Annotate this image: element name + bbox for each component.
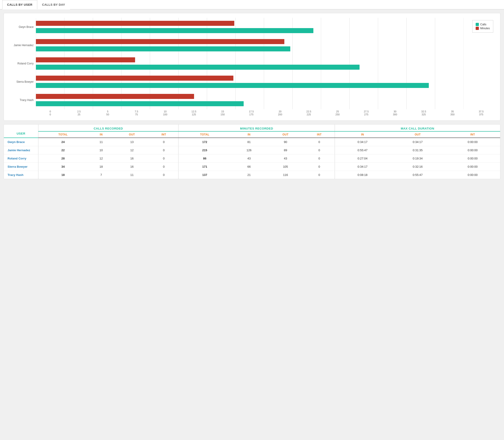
legend-color-minutes: [476, 27, 479, 30]
cell-mr-total-roland: 86: [179, 154, 231, 163]
cell-cr-total-roland: 28: [38, 154, 88, 163]
x-tick-top-15: 37.5: [467, 110, 496, 113]
table-row: Roland Corry 28 12 16 0 86 43 43 0 0:27:…: [4, 154, 500, 163]
cell-mr-in-jamie: 126: [231, 146, 267, 154]
bars-and-legend: Calls Minutes: [36, 18, 496, 109]
sub-header-mr-int: INT: [304, 131, 335, 138]
legend-color-calls: [476, 23, 479, 26]
x-tick-top-0: 0: [36, 110, 65, 113]
x-tick-bot-5: 125: [180, 113, 208, 116]
bar-row-jamie-minutes: [36, 38, 463, 45]
cell-mr-int-roland: 0: [304, 154, 335, 163]
x-tick-top-4: 10: [151, 110, 180, 113]
user-group-sierra: [36, 73, 463, 91]
cell-max-int-sierra: 0:00:00: [445, 163, 500, 171]
cell-cr-total-gwyn: 24: [38, 138, 88, 146]
x-tick-top-2: 5: [93, 110, 122, 113]
x-tick-bot-14: 350: [438, 113, 467, 116]
bar-row-gwyn-calls: [36, 28, 463, 34]
cell-mr-int-tracy: 0: [304, 171, 335, 179]
cell-mr-int-sierra: 0: [304, 163, 335, 171]
x-tick-bot-12: 300: [380, 113, 409, 116]
sub-header-mr-out: OUT: [267, 131, 304, 138]
x-tick-top-9: 22.5: [294, 110, 323, 113]
x-tick-top-1: 2.5: [65, 110, 94, 113]
x-tick-top-3: 7.5: [122, 110, 151, 113]
x-tick-bot-15: 375: [467, 113, 496, 116]
x-tick-top-10: 25: [323, 110, 352, 113]
chart-right: Calls Minutes 0 2.5 5: [36, 18, 496, 116]
cell-max-in-gwyn: 0:34:17: [335, 138, 390, 146]
cell-mr-in-sierra: 66: [231, 163, 267, 171]
cell-cr-int-roland: 0: [149, 154, 179, 163]
bar-gwyn-minutes: [36, 21, 234, 26]
bar-row-tracy-calls: [36, 100, 463, 107]
tab-calls-by-user[interactable]: CALLS BY USER: [2, 0, 37, 9]
x-tick-top-8: 20: [266, 110, 295, 113]
cell-max-in-tracy: 0:08:18: [335, 171, 390, 179]
x-tick-bot-6: 150: [208, 113, 237, 116]
cell-cr-in-roland: 12: [88, 154, 114, 163]
tab-calls-by-day[interactable]: CALLS BY DAY: [37, 0, 70, 9]
cell-cr-total-sierra: 34: [38, 163, 88, 171]
x-tick-top-12: 30: [380, 110, 409, 113]
cell-mr-total-gwyn: 172: [179, 138, 231, 146]
table-row: Tracy Hash 18 7 11 0 137 21 116 0 0:08:1…: [4, 171, 500, 179]
cell-max-in-jamie: 0:55:47: [335, 146, 390, 154]
tabs-bar: CALLS BY USER CALLS BY DAY: [0, 0, 504, 9]
table-row: Jamie Hernadez 22 10 12 0 215 126 89 0 0…: [4, 146, 500, 154]
cell-user-tracy[interactable]: Tracy Hash: [4, 171, 38, 179]
x-axis-wrapper: 0 2.5 5 7.5 10 12.5 15 17.5 20 22.5 25 2…: [36, 110, 496, 116]
cell-mr-in-gwyn: 81: [231, 138, 267, 146]
legend-column: Calls Minutes: [463, 18, 496, 109]
cell-cr-in-jamie: 10: [88, 146, 114, 154]
x-tick-top-14: 35: [438, 110, 467, 113]
cell-cr-out-tracy: 11: [114, 171, 149, 179]
bar-roland-calls: [36, 65, 360, 70]
table-row: Gwyn Brace 24 11 13 0 172 81 90 0 0:34:1…: [4, 138, 500, 146]
cell-cr-in-tracy: 7: [88, 171, 114, 179]
page-wrapper: CALLS BY USER CALLS BY DAY Gwyn Brace Ja…: [0, 0, 504, 179]
y-label-roland: Roland Corry: [17, 62, 34, 65]
cell-mr-total-sierra: 171: [179, 163, 231, 171]
cell-user-sierra[interactable]: Sierra Bowyer: [4, 163, 38, 171]
col-header-user: USER: [4, 124, 38, 138]
user-group-roland: [36, 54, 463, 73]
x-tick-top-6: 15: [208, 110, 237, 113]
cell-cr-out-jamie: 12: [114, 146, 149, 154]
cell-cr-int-sierra: 0: [149, 163, 179, 171]
legend: Calls Minutes: [472, 20, 493, 33]
y-label-sierra: Sierra Bowyer: [16, 80, 34, 83]
sub-header-cr-int: INT: [149, 131, 179, 138]
bars-column: [36, 18, 463, 109]
cell-max-int-tracy: 0:00:00: [445, 171, 500, 179]
cell-user-jamie[interactable]: Jamie Hernadez: [4, 146, 38, 154]
bar-sierra-calls: [36, 83, 429, 88]
table-section: USER CALLS RECORDED MINUTES RECORDED MAX…: [4, 124, 500, 179]
x-tick-bot-2: 50: [93, 113, 122, 116]
cell-mr-in-tracy: 21: [231, 171, 267, 179]
bar-row-jamie-calls: [36, 46, 463, 52]
legend-item-minutes: Minutes: [476, 27, 490, 30]
cell-user-gwyn[interactable]: Gwyn Brace: [4, 138, 38, 146]
x-axis-top: 0 2.5 5 7.5 10 12.5 15 17.5 20 22.5 25 2…: [36, 110, 496, 113]
cell-mr-out-roland: 43: [267, 154, 304, 163]
x-tick-bot-7: 175: [237, 113, 266, 116]
x-tick-bot-3: 75: [122, 113, 151, 116]
x-axis-bottom: 0 25 50 75 100 125 150 175 200 225 250 2…: [36, 113, 496, 116]
bar-tracy-calls: [36, 101, 244, 106]
user-group-gwyn: [36, 18, 463, 36]
x-tick-bot-13: 325: [409, 113, 438, 116]
cell-cr-total-tracy: 18: [38, 171, 88, 179]
sub-header-cr-out: OUT: [114, 131, 149, 138]
bar-jamie-minutes: [36, 39, 284, 44]
cell-max-out-roland: 0:19:34: [390, 154, 445, 163]
cell-cr-in-sierra: 18: [88, 163, 114, 171]
cell-max-int-gwyn: 0:00:00: [445, 138, 500, 146]
x-tick-top-11: 27.5: [352, 110, 381, 113]
legend-label-calls: Calls: [480, 23, 486, 26]
x-tick-top-13: 32.5: [409, 110, 438, 113]
cell-user-roland[interactable]: Roland Corry: [4, 154, 38, 163]
y-label-gwyn: Gwyn Brace: [19, 25, 34, 28]
cell-cr-int-tracy: 0: [149, 171, 179, 179]
